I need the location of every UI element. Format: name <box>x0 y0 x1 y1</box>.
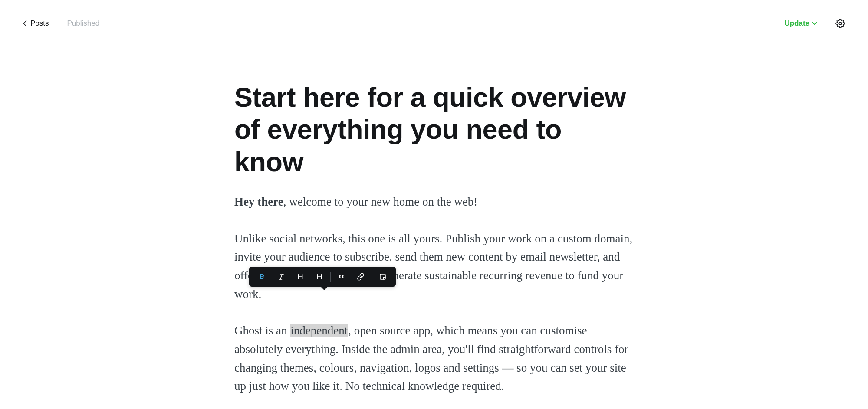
update-button[interactable]: Update <box>784 19 817 28</box>
update-label: Update <box>784 19 809 28</box>
chevron-left-icon <box>23 20 27 26</box>
bold-button[interactable] <box>253 267 272 287</box>
quote-icon <box>338 273 345 281</box>
header-right: Update <box>784 19 845 28</box>
editor-header: Posts Published Update <box>0 0 868 33</box>
snippet-icon <box>379 273 387 281</box>
p1-strong: Hey there <box>234 195 283 208</box>
paragraph-3[interactable]: Ghost is an independent, open source app… <box>234 321 634 396</box>
link-button[interactable] <box>351 267 370 287</box>
link-icon <box>357 273 365 281</box>
gear-icon <box>835 19 845 28</box>
header-left: Posts Published <box>23 19 99 28</box>
snippet-button[interactable] <box>373 267 392 287</box>
heading-small-button[interactable] <box>310 267 329 287</box>
toolbar-divider <box>330 272 331 282</box>
italic-button[interactable] <box>272 267 291 287</box>
heading-small-icon <box>316 273 323 281</box>
heading-large-button[interactable] <box>291 267 310 287</box>
paragraph-1[interactable]: Hey there, welcome to your new home on t… <box>234 193 634 211</box>
back-to-posts-link[interactable]: Posts <box>23 19 49 28</box>
heading-large-icon <box>296 273 304 281</box>
svg-line-3 <box>280 274 283 279</box>
quote-button[interactable] <box>332 267 351 287</box>
post-status: Published <box>67 19 100 28</box>
paragraph-2[interactable]: Unlike social networks, this one is all … <box>234 229 634 304</box>
chevron-down-icon <box>812 22 817 25</box>
svg-rect-10 <box>380 274 385 279</box>
selected-text: independent <box>290 324 348 337</box>
p1-rest: , welcome to your new home on the web! <box>283 195 478 208</box>
p3-a: Ghost is an <box>234 324 290 337</box>
svg-point-0 <box>839 22 842 25</box>
toolbar-divider <box>372 272 372 282</box>
italic-icon <box>277 273 285 281</box>
back-link-label: Posts <box>30 19 49 28</box>
editor-content[interactable]: Start here for a quick overview of every… <box>226 33 642 409</box>
bold-icon <box>258 273 266 281</box>
post-title[interactable]: Start here for a quick overview of every… <box>234 81 634 178</box>
settings-button[interactable] <box>835 19 845 28</box>
post-body[interactable]: Hey there, welcome to your new home on t… <box>234 193 634 409</box>
formatting-toolbar <box>249 267 396 287</box>
